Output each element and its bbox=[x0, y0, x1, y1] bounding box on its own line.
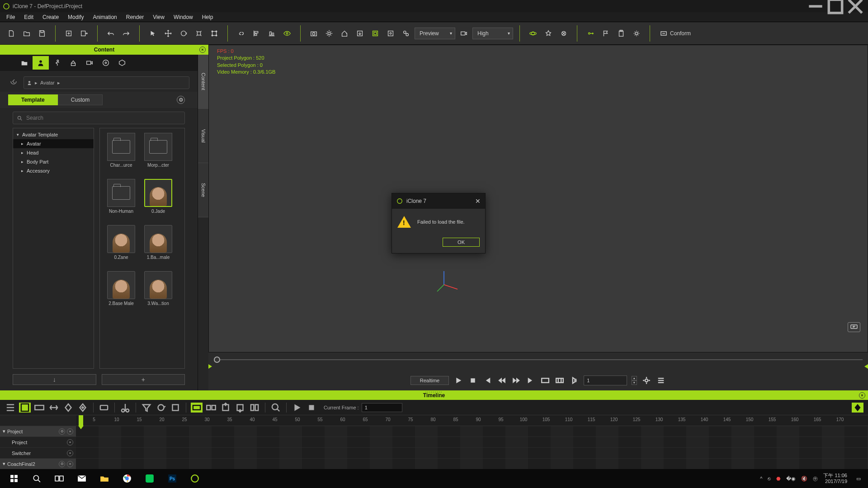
tree-item-head[interactable]: ▸Head bbox=[13, 148, 94, 157]
apply-button[interactable]: ↓ bbox=[13, 374, 96, 385]
quality-select[interactable]: High bbox=[472, 28, 513, 39]
tl-auto-key-button[interactable] bbox=[191, 403, 203, 413]
clipboard-button[interactable] bbox=[614, 27, 628, 40]
constraint-dropdown[interactable] bbox=[399, 27, 413, 40]
effects-button[interactable] bbox=[542, 27, 555, 40]
grid-item[interactable]: 2.Base Male bbox=[104, 271, 138, 314]
select-tool[interactable] bbox=[146, 27, 160, 40]
tray-chevron-icon[interactable]: ^ bbox=[760, 476, 762, 481]
tl-remove-button[interactable] bbox=[234, 403, 246, 413]
align-left-button[interactable] bbox=[250, 27, 263, 40]
rotate-tool[interactable] bbox=[177, 27, 190, 40]
dialog-close-button[interactable]: ✕ bbox=[475, 197, 481, 205]
playback-settings-button[interactable] bbox=[642, 375, 651, 385]
stop-button[interactable] bbox=[468, 375, 478, 385]
rewind-button[interactable] bbox=[497, 375, 507, 385]
side-tab-scene[interactable]: Scene bbox=[198, 163, 208, 217]
tl-filter-button[interactable] bbox=[141, 403, 152, 413]
marker-button[interactable] bbox=[584, 27, 597, 40]
tree-item-bodypart[interactable]: ▸Body Part bbox=[13, 157, 94, 166]
grid-item-selected[interactable]: 0.Jade bbox=[142, 179, 175, 221]
playback-mode[interactable]: Realtime bbox=[410, 376, 449, 385]
tree-item-avatar[interactable]: ▸Avatar bbox=[13, 139, 94, 148]
track-remove-icon[interactable]: × bbox=[67, 450, 73, 456]
tray-security-icon[interactable]: ⬣ bbox=[776, 476, 781, 482]
minimize-button[interactable] bbox=[806, 0, 826, 12]
track-visibility-icon[interactable]: ⊙ bbox=[59, 428, 65, 435]
notifications-button[interactable]: ▭ bbox=[856, 476, 861, 482]
tl-snap-button[interactable] bbox=[170, 403, 181, 413]
start-button[interactable] bbox=[3, 469, 25, 488]
tl-tracks-button[interactable] bbox=[5, 403, 16, 413]
category-stage[interactable] bbox=[114, 56, 130, 70]
transform-tool[interactable] bbox=[208, 27, 221, 40]
grid-item[interactable]: 1.Ba...male bbox=[142, 225, 175, 267]
frame-number-input[interactable] bbox=[584, 375, 627, 385]
system-tray[interactable]: ^ ⎋ ⬣ �◉ 🔇 ㊥ 下午 11:06 2017/7/19 ▭ bbox=[760, 473, 865, 484]
grid-item[interactable]: Morp...cter bbox=[142, 133, 175, 175]
scrubber-handle[interactable] bbox=[214, 357, 220, 363]
redo-button[interactable] bbox=[119, 27, 133, 40]
maximize-button[interactable] bbox=[826, 0, 845, 12]
menu-window[interactable]: Window bbox=[169, 13, 198, 21]
link-tool[interactable] bbox=[234, 27, 248, 40]
category-avatar[interactable] bbox=[33, 56, 49, 70]
conform-button[interactable]: Conform bbox=[656, 30, 694, 37]
tl-link-button[interactable] bbox=[205, 403, 217, 413]
range-button[interactable] bbox=[555, 375, 565, 385]
tl-add-key-button[interactable] bbox=[77, 403, 89, 413]
tl-curve-button[interactable] bbox=[33, 403, 45, 413]
camera-view-button[interactable] bbox=[307, 27, 321, 40]
tl-loop-button[interactable] bbox=[155, 403, 167, 413]
snap-dropdown[interactable] bbox=[384, 27, 397, 40]
open-project-button[interactable] bbox=[20, 27, 33, 40]
undo-button[interactable] bbox=[104, 27, 118, 40]
light-button[interactable] bbox=[322, 27, 336, 40]
search-button[interactable] bbox=[25, 469, 48, 488]
track-group-project[interactable]: ▾ Project⊙× bbox=[0, 426, 76, 437]
track-group-coach[interactable]: ▾ CoachFinal2⊙× bbox=[0, 459, 76, 469]
play-button[interactable] bbox=[453, 375, 463, 385]
menu-file[interactable]: File bbox=[2, 13, 19, 21]
preview-mode-select[interactable]: Preview bbox=[415, 28, 455, 39]
new-project-button[interactable] bbox=[5, 27, 18, 40]
menu-create[interactable]: Create bbox=[38, 13, 63, 21]
tl-key-button[interactable] bbox=[62, 403, 74, 413]
grid-item[interactable]: 3.Wa...tion bbox=[142, 271, 175, 314]
forward-button[interactable] bbox=[511, 375, 521, 385]
visibility-toggle[interactable] bbox=[280, 27, 294, 40]
grid-item[interactable]: 0.Zane bbox=[104, 225, 138, 267]
tl-insert-button[interactable] bbox=[220, 403, 231, 413]
audio-button[interactable] bbox=[569, 375, 579, 385]
tl-split-button[interactable] bbox=[249, 403, 260, 413]
category-media[interactable] bbox=[98, 56, 114, 70]
taskbar-explorer[interactable] bbox=[93, 469, 116, 488]
timeline-ruler[interactable]: 5101520253035404550556065707580859095100… bbox=[76, 415, 868, 426]
tl-dopesheet-button[interactable] bbox=[19, 403, 31, 413]
current-frame-input[interactable] bbox=[362, 403, 402, 412]
tl-cut-button[interactable] bbox=[119, 403, 131, 413]
search-input[interactable]: Search bbox=[13, 112, 185, 124]
tl-zoom-fit-button[interactable] bbox=[48, 403, 60, 413]
range-end-marker[interactable] bbox=[864, 364, 868, 369]
add-button[interactable]: + bbox=[102, 374, 185, 385]
tree-item-accessory[interactable]: ▸Accessory bbox=[13, 166, 94, 175]
breadcrumb-back-button[interactable] bbox=[8, 76, 19, 87]
tab-custom[interactable]: Custom bbox=[58, 94, 103, 105]
tray-wifi-icon[interactable]: �◉ bbox=[786, 476, 796, 482]
menu-render[interactable]: Render bbox=[122, 13, 148, 21]
playhead[interactable] bbox=[79, 415, 83, 426]
physics-toggle[interactable] bbox=[526, 27, 540, 40]
comment-button[interactable] bbox=[848, 322, 860, 332]
tray-bluetooth-icon[interactable]: ⎋ bbox=[768, 476, 771, 481]
grid-item[interactable]: Non-Human bbox=[104, 179, 138, 221]
dialog-titlebar[interactable]: iClone 7 ✕ bbox=[392, 193, 485, 209]
menu-edit[interactable]: Edit bbox=[19, 13, 38, 21]
track-project[interactable]: Project× bbox=[0, 437, 76, 448]
menu-animation[interactable]: Animation bbox=[88, 13, 121, 21]
category-props[interactable] bbox=[65, 56, 81, 70]
list-button[interactable] bbox=[656, 375, 666, 385]
frame-spinner[interactable]: ▴▾ bbox=[632, 376, 637, 385]
taskbar-clock[interactable]: 下午 11:06 2017/7/19 bbox=[823, 473, 847, 484]
viewport[interactable]: FPS : 0 Project Polygon : 520 Selected P… bbox=[208, 45, 868, 352]
